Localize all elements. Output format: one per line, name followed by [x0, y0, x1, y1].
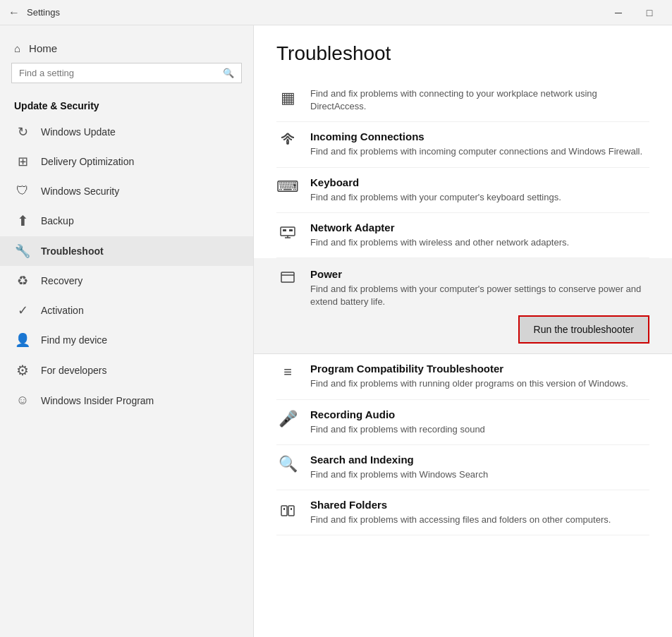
power-desc: Find and fix problems with your computer… — [310, 283, 649, 308]
network-adapter-desc: Find and fix problems with wireless and … — [310, 236, 649, 249]
sidebar-item-label: Windows Insider Program — [41, 395, 154, 406]
directaccess-desc: Find and fix problems with connecting to… — [310, 87, 649, 113]
windows-insider-icon: ☺ — [14, 393, 31, 408]
sidebar-item-backup[interactable]: ⬆ Backup — [0, 205, 253, 236]
svg-rect-9 — [283, 508, 285, 510]
troubleshoot-item-recording-audio[interactable]: 🎤 Recording Audio Find and fix problems … — [276, 400, 649, 445]
recording-audio-icon: 🎤 — [276, 410, 299, 428]
sidebar-item-troubleshoot[interactable]: 🔧 Troubleshoot — [0, 236, 253, 266]
recording-audio-title: Recording Audio — [310, 408, 649, 420]
sidebar-item-windows-insider[interactable]: ☺ Windows Insider Program — [0, 386, 253, 415]
sidebar-item-windows-update[interactable]: ↻ Windows Update — [0, 117, 253, 147]
svg-point-0 — [286, 142, 289, 145]
home-label: Home — [29, 42, 57, 54]
search-indexing-title: Search and Indexing — [310, 454, 649, 466]
troubleshoot-item-search-indexing[interactable]: 🔍 Search and Indexing Find and fix probl… — [276, 445, 649, 490]
shared-folders-icon — [276, 500, 299, 523]
window-controls: ─ □ — [604, 3, 664, 23]
svg-rect-3 — [289, 229, 293, 231]
network-adapter-icon — [276, 223, 299, 243]
incoming-connections-icon — [276, 132, 299, 151]
app-title: Settings — [27, 7, 60, 18]
troubleshoot-item-network-adapter[interactable]: Network Adapter Find and fix problems wi… — [276, 213, 649, 258]
directaccess-icon: ▦ — [276, 89, 299, 107]
troubleshoot-item-power[interactable]: Power Find and fix problems with your co… — [254, 258, 672, 354]
shared-folders-content: Shared Folders Find and fix problems wit… — [310, 499, 649, 526]
sidebar-item-activation[interactable]: ✓ Activation — [0, 296, 253, 325]
svg-rect-6 — [281, 272, 294, 282]
svg-rect-2 — [283, 229, 286, 231]
troubleshoot-item-program-compatibility[interactable]: ≡ Program Compatibility Troubleshooter F… — [276, 354, 649, 399]
keyboard-content: Keyboard Find and fix problems with your… — [310, 176, 649, 204]
keyboard-title: Keyboard — [310, 176, 649, 188]
incoming-connections-content: Incoming Connections Find and fix proble… — [310, 131, 649, 158]
page-title: Troubleshoot — [276, 42, 649, 65]
svg-rect-10 — [288, 506, 294, 516]
power-icon — [276, 269, 299, 289]
sidebar-item-label: Delivery Optimization — [41, 156, 134, 167]
for-developers-icon: ⚙ — [14, 362, 31, 379]
windows-security-icon: 🛡 — [14, 183, 31, 198]
recording-audio-content: Recording Audio Find and fix problems wi… — [310, 408, 649, 436]
search-icon: 🔍 — [223, 68, 234, 78]
sidebar-item-label: Find my device — [41, 334, 107, 346]
program-compatibility-desc: Find and fix problems with running older… — [310, 377, 649, 390]
minimize-button[interactable]: ─ — [604, 3, 633, 23]
sidebar-home[interactable]: ⌂ Home — [0, 37, 253, 63]
program-compatibility-title: Program Compatibility Troubleshooter — [310, 363, 649, 375]
run-troubleshooter-button[interactable]: Run the troubleshooter — [518, 315, 649, 344]
maximize-button[interactable]: □ — [635, 3, 664, 23]
main-layout: ⌂ Home 🔍 Update & Security ↻ Windows Upd… — [0, 25, 672, 637]
sidebar-section-title: Update & Security — [0, 95, 253, 117]
keyboard-desc: Find and fix problems with your computer… — [310, 191, 649, 204]
directaccess-content: Find and fix problems with connecting to… — [310, 87, 649, 113]
network-adapter-title: Network Adapter — [310, 222, 649, 233]
shared-folders-desc: Find and fix problems with accessing fil… — [310, 514, 649, 526]
sidebar-item-label: Troubleshoot — [41, 245, 104, 257]
find-my-device-icon: 👤 — [14, 332, 31, 348]
content-area: Troubleshoot ▦ Find and fix problems wit… — [254, 25, 672, 637]
backup-icon: ⬆ — [14, 212, 31, 229]
sidebar-item-label: Backup — [41, 215, 74, 226]
search-indexing-desc: Find and fix problems with Windows Searc… — [310, 468, 649, 481]
recording-audio-desc: Find and fix problems with recording sou… — [310, 423, 649, 436]
network-adapter-content: Network Adapter Find and fix problems wi… — [310, 222, 649, 249]
windows-update-icon: ↻ — [14, 124, 31, 140]
search-box: 🔍 — [11, 63, 242, 83]
title-bar: ← Settings ─ □ — [0, 0, 672, 25]
sidebar-item-delivery-optimization[interactable]: ⊞ Delivery Optimization — [0, 147, 253, 176]
troubleshoot-item-keyboard[interactable]: ⌨ Keyboard Find and fix problems with yo… — [276, 168, 649, 213]
troubleshoot-item-directaccess[interactable]: ▦ Find and fix problems with connecting … — [276, 79, 649, 122]
keyboard-icon: ⌨ — [276, 178, 299, 196]
sidebar: ⌂ Home 🔍 Update & Security ↻ Windows Upd… — [0, 25, 254, 637]
sidebar-item-recovery[interactable]: ♻ Recovery — [0, 266, 253, 296]
svg-rect-1 — [281, 227, 295, 236]
search-input[interactable] — [19, 68, 223, 78]
back-button[interactable]: ← — [8, 6, 20, 19]
incoming-connections-desc: Find and fix problems with incoming comp… — [310, 145, 649, 158]
delivery-optimization-icon: ⊞ — [14, 154, 31, 169]
sidebar-item-label: Windows Update — [41, 126, 116, 138]
recovery-icon: ♻ — [14, 273, 31, 289]
activation-icon: ✓ — [14, 303, 31, 318]
troubleshoot-item-shared-folders[interactable]: Shared Folders Find and fix problems wit… — [276, 490, 649, 535]
svg-rect-11 — [291, 508, 292, 510]
sidebar-item-label: Recovery — [41, 275, 83, 286]
sidebar-item-find-my-device[interactable]: 👤 Find my device — [0, 325, 253, 355]
program-compatibility-icon: ≡ — [276, 364, 299, 380]
home-icon: ⌂ — [14, 42, 20, 54]
troubleshoot-item-incoming-connections[interactable]: Incoming Connections Find and fix proble… — [276, 122, 649, 167]
shared-folders-title: Shared Folders — [310, 499, 649, 511]
svg-rect-8 — [281, 506, 287, 516]
sidebar-item-windows-security[interactable]: 🛡 Windows Security — [0, 176, 253, 205]
search-indexing-content: Search and Indexing Find and fix problem… — [310, 454, 649, 481]
program-compatibility-content: Program Compatibility Troubleshooter Fin… — [310, 363, 649, 390]
sidebar-item-for-developers[interactable]: ⚙ For developers — [0, 355, 253, 386]
sidebar-item-label: Activation — [41, 305, 84, 316]
run-btn-area: Run the troubleshooter — [310, 315, 649, 344]
sidebar-item-label: Windows Security — [41, 186, 119, 197]
power-content: Power Find and fix problems with your co… — [310, 268, 649, 344]
troubleshoot-icon: 🔧 — [14, 243, 31, 259]
incoming-connections-title: Incoming Connections — [310, 131, 649, 142]
sidebar-item-label: For developers — [41, 365, 106, 376]
